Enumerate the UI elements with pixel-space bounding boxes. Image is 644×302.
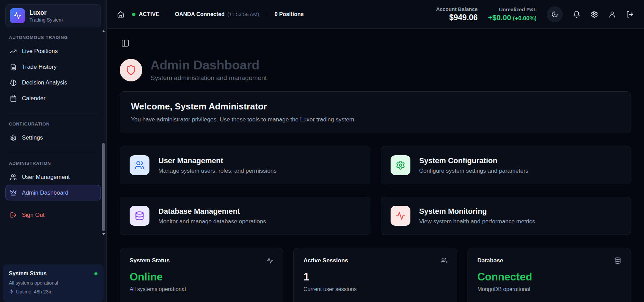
sign-out-button[interactable]: Sign Out — [5, 207, 101, 223]
shield-icon — [126, 65, 136, 76]
scrollbar-thumb[interactable] — [102, 143, 105, 231]
home-icon — [117, 11, 124, 18]
active-green-dot — [132, 13, 135, 16]
trending-up-icon — [10, 48, 17, 55]
sidebar-nav: AUTONOMOUS TRADING Live Positions Trade … — [0, 29, 106, 262]
stat-sub: All systems operational — [130, 286, 273, 292]
stat-card-active-sessions: Active Sessions 1 Current user sessions — [293, 248, 457, 302]
stat-sub: Current user sessions — [303, 286, 447, 292]
card-description: View system health and performance metri… — [419, 218, 535, 225]
sidebar-item-live-positions[interactable]: Live Positions — [5, 43, 101, 59]
welcome-body: You have administrator privileges. Use t… — [131, 116, 620, 123]
users-icon — [10, 174, 17, 181]
card-description: Manage system users, roles, and permissi… — [158, 168, 277, 174]
header-divider — [167, 11, 167, 18]
status-green-dot — [94, 272, 97, 275]
card-user-management[interactable]: User Management Manage system users, rol… — [120, 146, 370, 184]
sidebar-item-trade-history[interactable]: Trade History — [5, 59, 101, 75]
status-card-line: All systems operational — [9, 280, 97, 286]
broker-status: OANDA Connected (11:53:58 AM) — [175, 11, 259, 17]
sidebar-divider — [8, 153, 98, 153]
uptime-label: Uptime: 48h 23m — [16, 289, 53, 294]
database-icon — [130, 206, 149, 226]
logout-button[interactable] — [626, 11, 634, 18]
header-divider — [267, 11, 267, 18]
home-button[interactable] — [117, 11, 124, 18]
stat-label: Database — [477, 257, 503, 264]
card-title: System Configuration — [419, 156, 528, 165]
account-balance-value: $949.06 — [436, 13, 478, 22]
stat-card-database: Database Connected MongoDB operational — [468, 248, 631, 302]
admin-tools-grid: User Management Manage system users, rol… — [120, 146, 631, 235]
settings-button[interactable] — [591, 11, 598, 18]
sidebar-item-label: Trade History — [22, 64, 56, 70]
top-header: ACTIVE OANDA Connected (11:53:58 AM) 0 P… — [107, 0, 644, 29]
sidebar-item-decision-analysis[interactable]: Decision Analysis — [5, 75, 101, 90]
sidebar-item-calendar[interactable]: Calender — [5, 91, 101, 106]
pnl-label: Unrealized P&L — [488, 6, 537, 12]
scroll-down-arrow-icon[interactable] — [102, 233, 105, 235]
stat-sub: MongoDB operational — [477, 286, 621, 292]
unrealized-pnl: Unrealized P&L +$0.00(+0.00%) — [488, 6, 537, 22]
stats-grid: System Status Online All systems operati… — [120, 248, 631, 302]
admin-shield-avatar — [120, 59, 142, 81]
calendar-icon — [10, 95, 17, 102]
sidebar-toggle-button[interactable] — [120, 38, 131, 49]
section-label-administration: ADMINISTRATION — [9, 161, 97, 166]
crown-icon — [10, 189, 17, 196]
card-system-monitoring[interactable]: System Monitoring View system health and… — [381, 197, 631, 235]
broker-connected-label: OANDA Connected — [175, 11, 224, 17]
panel-left-icon — [121, 39, 129, 47]
status-card-title: System Status — [9, 271, 47, 277]
app-subtitle: Trading System — [29, 17, 63, 23]
card-description: Configure system settings and parameters — [419, 168, 528, 174]
card-description: Monitor and manage database operations — [158, 218, 266, 225]
card-system-configuration[interactable]: System Configuration Configure system se… — [381, 146, 631, 184]
main-content: Admin Dashboard System administration an… — [107, 29, 644, 302]
sidebar-item-label: Live Positions — [22, 48, 58, 55]
pnl-percent: (+0.00%) — [513, 15, 537, 22]
card-database-management[interactable]: Database Management Monitor and manage d… — [120, 197, 370, 235]
moon-icon — [551, 11, 558, 18]
user-icon — [608, 11, 616, 18]
users-icon — [441, 257, 447, 264]
section-label-autonomous-trading: AUTONOMOUS TRADING — [9, 35, 97, 40]
active-label: ACTIVE — [139, 11, 159, 17]
page-subtitle: System administration and management — [150, 74, 267, 82]
sidebar-item-user-management[interactable]: User Management — [5, 169, 101, 185]
sidebar-item-admin-dashboard[interactable]: Admin Dashboard — [5, 185, 101, 200]
sidebar-item-label: Settings — [22, 134, 43, 141]
section-label-configuration: CONFIGURATION — [9, 121, 97, 127]
profile-button[interactable] — [608, 11, 616, 18]
stat-card-system-status: System Status Online All systems operati… — [120, 248, 283, 302]
account-balance: Account Balance $949.06 — [436, 6, 478, 22]
positions-count: 0 Positions — [275, 11, 304, 17]
page-title: Admin Dashboard — [150, 58, 267, 73]
card-title: System Monitoring — [419, 207, 535, 216]
sidebar-scrollbar[interactable] — [102, 30, 105, 235]
activity-icon — [391, 206, 410, 226]
stat-value: 1 — [303, 271, 447, 283]
status-card-uptime: Uptime: 48h 23m — [9, 289, 97, 294]
system-status-card: System Status All systems operational Up… — [3, 264, 104, 302]
file-text-icon — [10, 64, 17, 70]
scroll-up-arrow-icon[interactable] — [102, 30, 105, 32]
stat-label: Active Sessions — [303, 257, 348, 264]
log-out-icon — [10, 212, 17, 219]
sidebar-item-label: User Management — [22, 174, 70, 181]
app-logo[interactable]: Luxor Trading System — [5, 4, 101, 27]
sidebar-item-settings[interactable]: Settings — [5, 130, 101, 145]
brain-icon — [10, 79, 17, 86]
system-active-status: ACTIVE — [132, 11, 159, 17]
sidebar-divider — [8, 114, 98, 114]
notifications-button[interactable] — [573, 11, 580, 18]
activity-logo-icon — [10, 8, 25, 23]
page-header: Admin Dashboard System administration an… — [120, 58, 631, 82]
bell-icon — [573, 11, 580, 18]
stat-value: Connected — [477, 271, 621, 283]
card-title: Database Management — [158, 207, 266, 216]
database-icon — [614, 257, 621, 264]
broker-time: (11:53:58 AM) — [227, 11, 259, 17]
theme-toggle-button[interactable] — [547, 6, 563, 22]
stat-value: Online — [130, 271, 273, 283]
